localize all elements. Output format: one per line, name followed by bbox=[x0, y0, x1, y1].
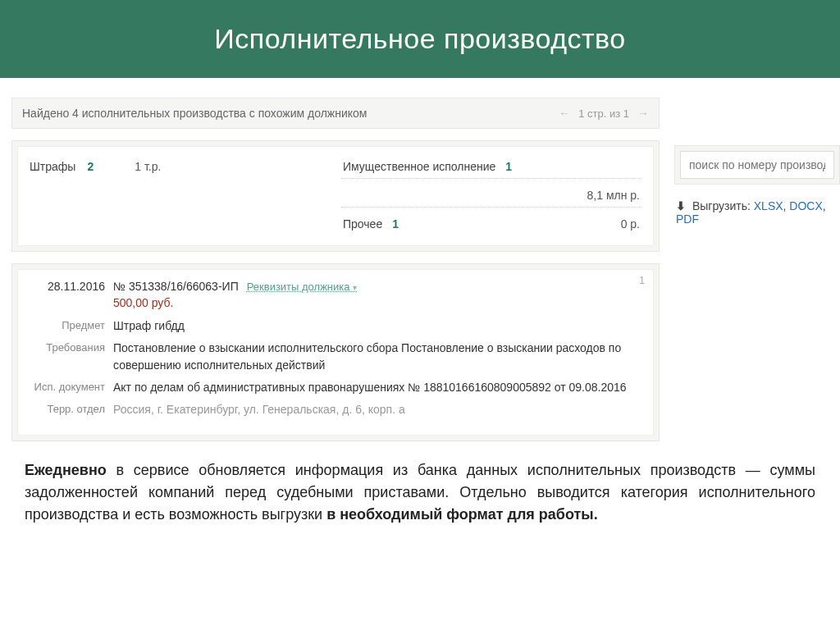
summary-property-row: Имущественное исполнение 1 bbox=[341, 155, 641, 179]
summary-fines: Штрафы 2 1 т.р. bbox=[30, 155, 308, 235]
doc-label: Исп. документ bbox=[33, 379, 105, 396]
search-box bbox=[674, 145, 840, 185]
export-row: ⬇ Выгрузить: XLSX, DOCX, PDF bbox=[674, 199, 840, 226]
other-count: 1 bbox=[392, 217, 399, 231]
results-count-text: Найдено 4 исполнительных производства с … bbox=[22, 107, 367, 120]
proceeding-card: 1 28.11.2016 № 351338/16/66063-ИП Реквиз… bbox=[11, 263, 660, 441]
export-xlsx-link[interactable]: XLSX bbox=[754, 199, 783, 212]
pager-next-icon[interactable]: → bbox=[637, 107, 649, 120]
subject-label: Предмет bbox=[33, 317, 105, 335]
dept-label: Терр. отдел bbox=[33, 401, 105, 418]
fines-value: 1 т.р. bbox=[135, 160, 161, 173]
other-label: Прочее bbox=[343, 217, 382, 231]
pager: ← 1 стр. из 1 → bbox=[559, 107, 649, 120]
export-label: Выгрузить: bbox=[692, 199, 751, 212]
summary-other-row: Прочее 1 0 р. bbox=[341, 212, 641, 235]
property-label: Имущественное исполнение bbox=[343, 160, 495, 173]
content: Найдено 4 исполнительных производства с … bbox=[0, 78, 840, 441]
property-value: 8,1 млн р. bbox=[587, 189, 640, 202]
card-id: № 351338/16/66063-ИП bbox=[113, 280, 239, 293]
fines-count: 2 bbox=[87, 160, 94, 173]
export-pdf-link[interactable]: PDF bbox=[676, 212, 699, 226]
card-date: 28.11.2016 bbox=[33, 280, 105, 293]
fines-label: Штрафы bbox=[30, 160, 75, 173]
other-value: 0 р. bbox=[621, 217, 640, 231]
pager-prev-icon[interactable]: ← bbox=[559, 107, 570, 120]
debtor-details-label: Реквизиты должника bbox=[247, 281, 350, 293]
footer-bold-1: Ежедневно bbox=[25, 462, 107, 478]
results-header-panel: Найдено 4 исполнительных производства с … bbox=[11, 98, 660, 129]
doc-value: Акт по делам об административных правона… bbox=[113, 379, 627, 396]
card-amount: 500,00 руб. bbox=[113, 296, 638, 309]
footer-description: Ежедневно в сервисе обновляется информац… bbox=[0, 441, 840, 526]
property-count: 1 bbox=[505, 160, 512, 173]
summary-panel: Штрафы 2 1 т.р. Имущественное исполнение… bbox=[11, 140, 660, 252]
search-input[interactable] bbox=[680, 151, 834, 179]
demand-value: Постановление о взыскании исполнительско… bbox=[113, 340, 638, 374]
pager-text: 1 стр. из 1 bbox=[578, 107, 629, 120]
dept-value: Россия, г. Екатеринбург, ул. Генеральска… bbox=[113, 401, 405, 418]
left-column: Найдено 4 исполнительных производства с … bbox=[11, 98, 660, 441]
debtor-details-link[interactable]: Реквизиты должника ▾ bbox=[247, 281, 357, 293]
download-icon: ⬇ bbox=[676, 199, 686, 212]
right-column: ⬇ Выгрузить: XLSX, DOCX, PDF bbox=[674, 98, 840, 441]
demand-label: Требования bbox=[33, 340, 105, 374]
page-title: Исполнительное производство bbox=[0, 0, 840, 78]
chevron-down-icon: ▾ bbox=[353, 283, 357, 292]
card-index: 1 bbox=[639, 275, 645, 286]
summary-property-value-row: 8,1 млн р. bbox=[341, 184, 641, 208]
footer-bold-2: в необходимый формат для работы. bbox=[326, 506, 598, 523]
export-docx-link[interactable]: DOCX bbox=[789, 199, 822, 212]
subject-value: Штраф гибдд bbox=[113, 317, 185, 335]
